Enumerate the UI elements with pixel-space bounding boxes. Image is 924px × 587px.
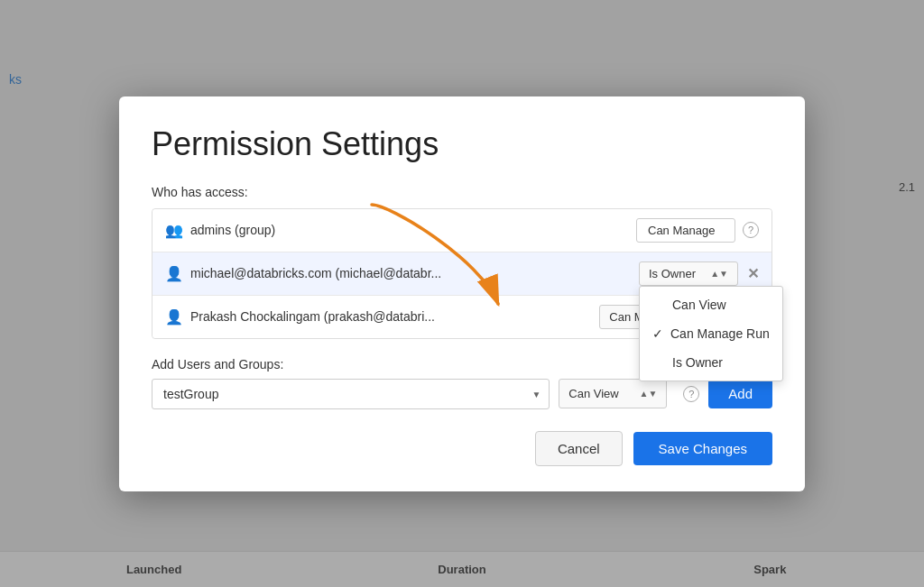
dropdown-arrow-icon: ▲▼ xyxy=(640,389,658,399)
help-icon[interactable]: ? xyxy=(683,386,699,402)
dropdown-item-label: Is Owner xyxy=(672,355,723,370)
modal-title: Permission Settings xyxy=(152,125,772,163)
permission-table: 👥 admins (group) Can Manage ? 👤 michael@… xyxy=(152,208,772,339)
modal-overlay: Permission Settings Who has access: 👥 ad… xyxy=(0,0,924,587)
user-icon: 👤 xyxy=(165,265,183,282)
group-icon: 👥 xyxy=(165,222,183,239)
dropdown-item-label: Can View xyxy=(672,298,726,312)
who-has-access-label: Who has access: xyxy=(152,185,772,199)
add-row: ▼ Can View ▲▼ ? Add xyxy=(152,379,772,409)
admins-permission-text: Can Manage xyxy=(648,224,715,237)
table-row: 👤 michael@databricks.com (michael@databr… xyxy=(152,252,772,296)
remove-button[interactable]: ✕ xyxy=(747,265,759,282)
dropdown-arrow-icon: ▲▼ xyxy=(710,269,728,279)
empty-check xyxy=(652,355,665,370)
dropdown-item-can-manage-run[interactable]: ✓ Can Manage Run xyxy=(640,319,782,348)
save-changes-button[interactable]: Save Changes xyxy=(633,432,772,465)
dropdown-item-label: Can Manage Run xyxy=(670,326,770,341)
michael-permission-dropdown-container: Is Owner ▲▼ Can View ✓ Can Manage Run xyxy=(639,261,738,286)
michael-permission-text: Is Owner xyxy=(649,267,696,280)
permission-settings-modal: Permission Settings Who has access: 👥 ad… xyxy=(119,96,805,491)
michael-permission-select[interactable]: Is Owner ▲▼ xyxy=(639,261,738,286)
add-input-container: ▼ xyxy=(152,379,550,409)
user-name: michael@databricks.com (michael@databr..… xyxy=(190,266,639,280)
add-users-input[interactable] xyxy=(152,379,550,409)
check-icon: ✓ xyxy=(652,326,663,341)
dropdown-arrow-icon: ▼ xyxy=(531,389,541,399)
table-row: 👥 admins (group) Can Manage ? xyxy=(152,209,772,252)
user-name: admins (group) xyxy=(190,223,636,237)
add-permission-text: Can View xyxy=(568,387,618,400)
modal-footer: Cancel Save Changes xyxy=(152,431,772,466)
admins-permission-select[interactable]: Can Manage xyxy=(636,218,735,243)
add-permission-select[interactable]: Can View ▲▼ xyxy=(559,379,667,408)
user-name: Prakash Chockalingam (prakash@databri... xyxy=(190,309,599,324)
cancel-button[interactable]: Cancel xyxy=(535,431,623,466)
help-icon[interactable]: ? xyxy=(743,222,759,238)
dropdown-item-can-view[interactable]: Can View xyxy=(640,290,782,319)
permission-dropdown-menu: Can View ✓ Can Manage Run Is Owner xyxy=(639,286,783,381)
empty-check xyxy=(652,298,665,312)
dropdown-item-is-owner[interactable]: Is Owner xyxy=(640,348,782,377)
user-icon: 👤 xyxy=(165,308,183,326)
add-button[interactable]: Add xyxy=(708,379,772,408)
